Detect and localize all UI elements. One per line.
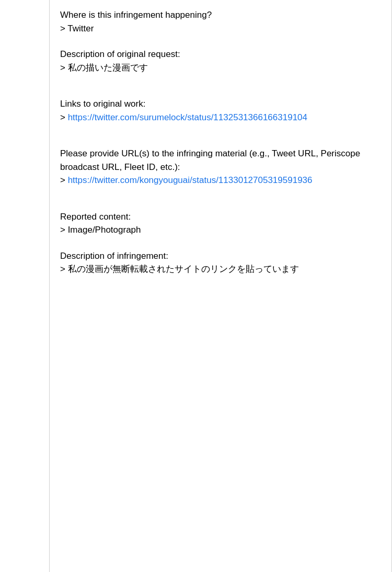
- section-infringing-urls: Please provide URL(s) to the infringing …: [60, 147, 379, 187]
- label-description-infringement: Description of infringement:: [60, 249, 379, 263]
- label-infringing-urls: Please provide URL(s) to the infringing …: [60, 147, 379, 174]
- value-where-infringement: > Twitter: [60, 22, 379, 36]
- value-description-infringement: > 私の漫画が無断転載されたサイトのリンクを貼っています: [60, 262, 379, 276]
- section-reported-content: Reported content: > Image/Photograph: [60, 210, 379, 237]
- spacer-1: [60, 87, 379, 97]
- spacer-2: [60, 136, 379, 147]
- section-links-original: Links to original work: > https://twitte…: [60, 97, 379, 124]
- link-original-work[interactable]: https://twitter.com/surumelock/status/11…: [68, 112, 307, 122]
- value-reported-content: > Image/Photograph: [60, 223, 379, 237]
- arrow-prefix-1: >: [60, 112, 68, 122]
- value-description-original: > 私の描いた漫画です: [60, 61, 379, 75]
- spacer-3: [60, 200, 379, 210]
- label-links-original: Links to original work:: [60, 97, 379, 111]
- section-description-original: Description of original request: > 私の描いた…: [60, 48, 379, 74]
- value-infringing-urls: > https://twitter.com/kongyouguai/status…: [60, 174, 379, 187]
- label-reported-content: Reported content:: [60, 210, 379, 224]
- label-description-original: Description of original request:: [60, 48, 379, 61]
- section-where-infringement: Where is this infringement happening? > …: [60, 8, 379, 35]
- label-where-infringement: Where is this infringement happening?: [60, 8, 379, 22]
- content-area: Where is this infringement happening? > …: [50, 0, 392, 572]
- arrow-prefix-2: >: [60, 175, 68, 185]
- link-infringing-material[interactable]: https://twitter.com/kongyouguai/status/1…: [68, 175, 313, 185]
- section-description-infringement: Description of infringement: > 私の漫画が無断転載…: [60, 249, 379, 276]
- value-links-original: > https://twitter.com/surumelock/status/…: [60, 111, 379, 124]
- left-border: [0, 0, 50, 572]
- page-container: Where is this infringement happening? > …: [0, 0, 392, 572]
